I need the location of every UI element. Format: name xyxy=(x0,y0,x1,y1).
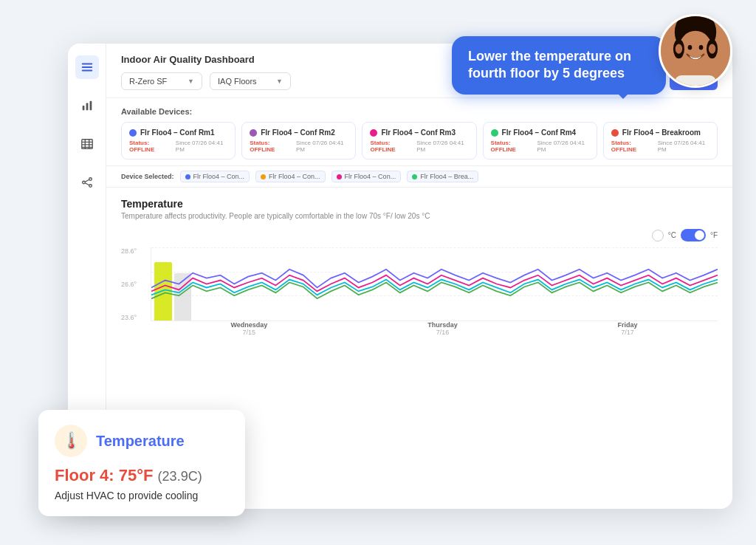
svg-rect-10 xyxy=(81,64,92,65)
unit-celsius: °C xyxy=(668,231,676,239)
chart-title: Temperature xyxy=(121,198,718,210)
chip-dot xyxy=(261,174,266,179)
scene: Lower the temperature on fourth floor by… xyxy=(24,14,732,531)
device-card[interactable]: Flr Floo4 – Breakroom Status: OFFLINE Si… xyxy=(603,122,718,160)
sidebar-icon-chart[interactable] xyxy=(75,94,99,117)
sidebar-icon-menu[interactable] xyxy=(75,55,99,79)
speech-bubble: Lower the temperature on fourth floor by… xyxy=(452,36,666,95)
device-dot xyxy=(491,129,498,137)
svg-line-26 xyxy=(85,183,89,185)
y-label-top: 28.6° xyxy=(121,247,147,255)
device-name-row: Flr Floo4 – Conf Rm3 xyxy=(370,128,468,137)
info-card: 🌡️ Temperature Floor 4: 75°F (23.9C) Adj… xyxy=(38,410,245,516)
status-since: Since 07/26 04:41 PM xyxy=(658,140,709,153)
x-label-wednesday: Wednesday 7/15 xyxy=(230,321,267,343)
info-card-header: 🌡️ Temperature xyxy=(55,425,229,457)
svg-point-3 xyxy=(688,45,693,50)
chip-label: Flr Floo4 – Con... xyxy=(269,173,320,180)
chip-label: Flr Floo4 – Con... xyxy=(193,173,245,180)
device-name: Flr Floo4 – Conf Rm1 xyxy=(140,128,215,137)
info-card-action: Adjust HVAC to provide cooling xyxy=(55,490,229,501)
chip-label: Flr Floo4 – Brea... xyxy=(420,173,473,180)
status-since: Since 07/26 04:41 PM xyxy=(537,140,588,153)
svg-line-25 xyxy=(85,179,89,182)
svg-rect-13 xyxy=(82,106,84,110)
device-card[interactable]: Flr Floo4 – Conf Rm3 Status: OFFLINE Sin… xyxy=(362,122,476,160)
status-badge: Status: OFFLINE xyxy=(370,140,412,153)
chip-dot xyxy=(337,174,342,179)
location-select[interactable]: R-Zero SF ▼ xyxy=(121,72,202,90)
device-status-row: Status: OFFLINE Since 07/26 04:41 PM xyxy=(370,140,468,153)
device-dot xyxy=(129,129,137,137)
circle-icon xyxy=(652,230,664,241)
device-selected-label: Device Selected: xyxy=(121,173,174,180)
device-name-row: Flr Floo4 – Breakroom xyxy=(611,128,709,137)
device-name-row: Flr Floo4 – Conf Rm4 xyxy=(491,128,589,137)
device-selected-row: Device Selected: Flr Floo4 – Con... Flr … xyxy=(106,166,732,188)
device-chip[interactable]: Flr Floo4 – Con... xyxy=(180,171,250,182)
svg-point-8 xyxy=(676,44,682,54)
device-name: Flr Floo4 – Conf Rm4 xyxy=(502,128,577,137)
chart-y-labels: 28.6° 26.6° 23.6° xyxy=(121,247,147,321)
device-card[interactable]: Flr Floo4 – Conf Rm2 Status: OFFLINE Sin… xyxy=(241,122,356,160)
chip-dot xyxy=(412,174,417,179)
chip-label: Flr Floo4 – Con... xyxy=(345,173,396,180)
devices-label: Available Devices: xyxy=(121,107,718,116)
avatar xyxy=(659,14,732,88)
status-since: Since 07/26 04:41 PM xyxy=(416,140,468,153)
temp-secondary: (23.9C) xyxy=(158,469,202,484)
unit-fahrenheit: °F xyxy=(710,231,718,239)
sidebar-icon-connect[interactable] xyxy=(75,171,99,194)
svg-point-9 xyxy=(709,44,715,54)
status-badge: Status: OFFLINE xyxy=(611,140,653,153)
x-label-thursday: Thursday 7/16 xyxy=(427,321,458,343)
device-name-row: Flr Floo4 – Conf Rm1 xyxy=(129,128,227,137)
chart-description: Temperature affects productivity. People… xyxy=(121,212,718,220)
sidebar-icon-table[interactable] xyxy=(75,132,99,156)
y-label-mid: 26.6° xyxy=(121,281,147,288)
line-chart xyxy=(151,247,718,321)
device-name: Flr Floo4 – Conf Rm2 xyxy=(261,128,335,137)
device-name: Flr Floo4 – Conf Rm3 xyxy=(381,128,456,137)
svg-point-22 xyxy=(82,181,85,184)
chip-dot xyxy=(185,174,190,179)
devices-grid: Flr Floo4 – Conf Rm1 Status: OFFLINE Sin… xyxy=(121,122,718,160)
device-dot xyxy=(370,129,377,137)
svg-rect-11 xyxy=(81,66,92,68)
status-since: Since 07/26 04:41 PM xyxy=(296,140,348,153)
device-name: Flr Floo4 – Breakroom xyxy=(622,128,701,137)
x-label-friday: Friday 7/17 xyxy=(618,321,638,343)
chevron-down-icon: ▼ xyxy=(276,78,283,85)
device-dot xyxy=(611,129,619,137)
device-card[interactable]: Flr Floo4 – Conf Rm4 Status: OFFLINE Sin… xyxy=(483,122,597,160)
location-value: R-Zero SF xyxy=(129,77,167,86)
y-label-bottom: 23.6° xyxy=(121,314,147,321)
device-chip[interactable]: Flr Floo4 – Con... xyxy=(255,171,326,182)
status-since: Since 07/26 04:41 PM xyxy=(176,140,227,153)
device-dot xyxy=(250,129,257,137)
svg-rect-12 xyxy=(81,70,92,72)
info-card-title: Temperature xyxy=(96,433,185,450)
svg-rect-15 xyxy=(89,101,92,111)
chart-plot xyxy=(151,247,718,321)
devices-section: Available Devices: Flr Floo4 – Conf Rm1 … xyxy=(106,98,732,166)
device-card[interactable]: Flr Floo4 – Conf Rm1 Status: OFFLINE Sin… xyxy=(121,122,236,160)
device-status-row: Status: OFFLINE Since 07/26 04:41 PM xyxy=(129,140,227,153)
temp-value: Floor 4: 75°F xyxy=(55,466,153,484)
svg-rect-14 xyxy=(86,103,88,110)
floor-select[interactable]: IAQ Floors ▼ xyxy=(210,72,291,90)
device-chip[interactable]: Flr Floo4 – Brea... xyxy=(407,171,478,182)
device-status-row: Status: OFFLINE Since 07/26 04:41 PM xyxy=(491,140,589,153)
svg-point-23 xyxy=(89,178,92,181)
chevron-down-icon: ▼ xyxy=(188,78,194,85)
svg-point-24 xyxy=(89,185,92,188)
svg-point-4 xyxy=(699,45,704,50)
info-card-temp: Floor 4: 75°F (23.9C) xyxy=(55,466,229,485)
device-name-row: Flr Floo4 – Conf Rm2 xyxy=(250,128,348,137)
floor-value: IAQ Floors xyxy=(218,77,257,86)
status-badge: Status: OFFLINE xyxy=(491,140,533,153)
device-chip[interactable]: Flr Floo4 – Con... xyxy=(331,171,402,182)
thermometer-icon: 🌡️ xyxy=(55,425,87,457)
device-status-row: Status: OFFLINE Since 07/26 04:41 PM xyxy=(611,140,709,153)
unit-toggle[interactable] xyxy=(681,229,706,241)
